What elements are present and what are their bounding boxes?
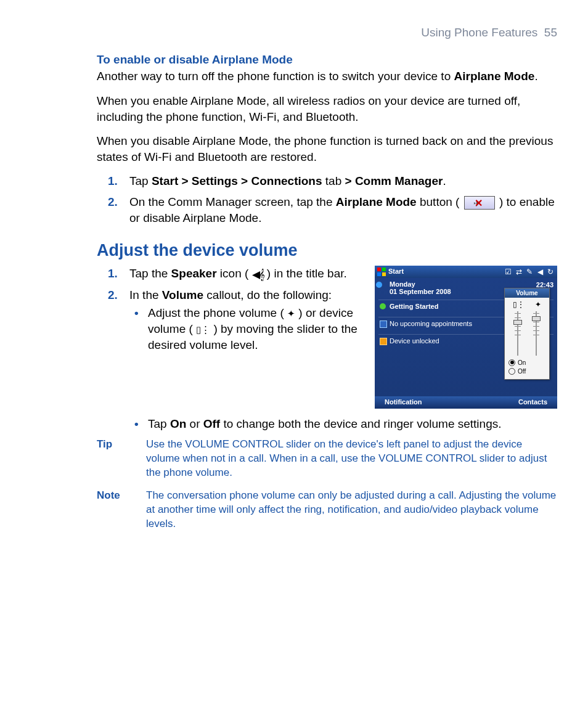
- note-row: Note The conversation phone volume can o…: [97, 489, 557, 531]
- note-label: Note: [97, 489, 146, 531]
- page-header: Using Phone Features 55: [31, 25, 557, 41]
- volume-bullet-2: Tap On or Off to change both the device …: [129, 416, 557, 432]
- radio-on: [508, 359, 515, 366]
- softkey-right: Contacts: [518, 398, 547, 407]
- volume-bullets: Adjust the phone volume ( ✦ ) or device …: [129, 305, 557, 353]
- page-number: 55: [544, 26, 557, 39]
- device-volume-inline-icon: ▯⋮: [196, 324, 210, 335]
- note-text: The conversation phone volume can only b…: [146, 489, 557, 531]
- volume-step-2: 2. In the Volume callout, do the followi…: [108, 287, 557, 353]
- volume-bullets-cont: Tap On or Off to change both the device …: [129, 416, 557, 432]
- airplane-mode-icon: ✈✕: [464, 196, 495, 210]
- phone-volume-inline-icon: ✦: [287, 308, 295, 319]
- volume-heading: Adjust the device volume: [97, 239, 557, 261]
- speaker-icon: ◀𝄞: [252, 268, 264, 282]
- radio-off: [508, 368, 515, 375]
- airplane-heading: To enable or disable Airplane Mode: [97, 52, 557, 68]
- airplane-step-1: 1. Tap Start > Settings > Connections ta…: [108, 173, 557, 189]
- volume-on-off: On Off: [505, 357, 549, 379]
- softkey-left: Notification: [385, 398, 422, 407]
- airplane-para-3: When you disable Airplane Mode, the phon…: [97, 133, 557, 165]
- airplane-steps: 1. Tap Start > Settings > Connections ta…: [108, 173, 557, 226]
- airplane-para-1: Another way to turn off the phone functi…: [97, 68, 557, 84]
- tip-label: Tip: [97, 438, 146, 480]
- airplane-para-2: When you enable Airplane Mode, all wirel…: [97, 93, 557, 125]
- volume-bullet-1: Adjust the phone volume ( ✦ ) or device …: [129, 305, 557, 353]
- tip-text: Use the VOLUME CONTROL slider on the dev…: [146, 438, 557, 480]
- shot-softkeys: Notification Contacts: [375, 396, 557, 409]
- airplane-step-2: 2. On the Comm Manager screen, tap the A…: [108, 194, 557, 226]
- volume-step-1: 1. Tap the Speaker icon ( ◀𝄞 ) in the ti…: [108, 266, 557, 282]
- tip-row: Tip Use the VOLUME CONTROL slider on the…: [97, 438, 557, 480]
- volume-steps: 1. Tap the Speaker icon ( ◀𝄞 ) in the ti…: [108, 266, 557, 353]
- chapter-title: Using Phone Features: [421, 26, 537, 39]
